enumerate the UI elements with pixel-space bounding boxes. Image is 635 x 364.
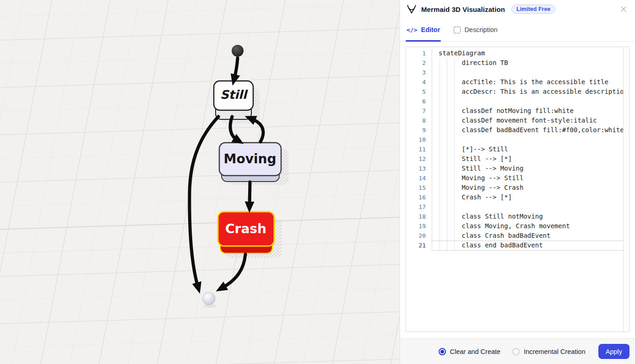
line-text: classDef movement font-style:italic	[432, 116, 597, 125]
code-line[interactable]: 10	[406, 135, 624, 145]
line-number: 12	[406, 154, 432, 164]
line-number: 9	[406, 125, 432, 135]
line-text: class Moving, Crash movement	[432, 221, 570, 231]
line-number: 13	[406, 164, 432, 173]
active-line-border	[432, 250, 624, 251]
tab-editor[interactable]: </> Editor	[407, 18, 440, 41]
code-line[interactable]: 14 Moving --> Still	[406, 173, 624, 183]
app-window: Still Moving Crash	[0, 0, 635, 364]
indent-guide	[447, 58, 447, 252]
limited-free-badge: Limited Free	[511, 5, 555, 14]
tab-description[interactable]: Description	[454, 18, 498, 41]
line-text: class end badBadEvent	[432, 241, 543, 250]
line-text: stateDiagram	[432, 48, 485, 58]
line-text: Moving --> Crash	[432, 183, 523, 193]
line-number: 7	[406, 106, 432, 116]
edge-moving-to-crash	[250, 182, 250, 205]
scrollbar-track[interactable]	[623, 47, 629, 332]
line-text: class Still notMoving	[432, 212, 543, 221]
radio-incremental-creation-label: Incremental Creation	[524, 348, 586, 355]
moving-label: Moving	[224, 151, 277, 166]
code-line[interactable]: 11 [*]--> Still	[406, 145, 624, 154]
side-panel: Mermaid 3D Visualization Limited Free </…	[400, 0, 635, 364]
tab-bar: </> Editor Description	[400, 18, 635, 42]
line-text: direction TB	[432, 58, 508, 68]
close-icon	[620, 6, 627, 12]
line-text	[432, 135, 439, 145]
initial-state-node[interactable]	[232, 45, 244, 57]
indent-guide	[454, 58, 455, 252]
code-line[interactable]: 15 Moving --> Crash	[406, 183, 624, 193]
tab-editor-label: Editor	[421, 26, 440, 33]
state-node-still[interactable]: Still	[214, 81, 253, 119]
line-number: 4	[406, 77, 432, 87]
still-label: Still	[220, 88, 248, 102]
state-node-moving[interactable]: Moving	[219, 143, 281, 182]
dashed-box-icon	[454, 27, 461, 33]
line-text: Moving --> Still	[432, 173, 523, 183]
line-number: 18	[406, 212, 432, 221]
line-number: 2	[406, 58, 432, 68]
line-number: 10	[406, 135, 432, 145]
line-number: 15	[406, 183, 432, 193]
code-line[interactable]: 17	[406, 202, 624, 212]
code-line[interactable]: 13 Still --> Moving	[406, 164, 624, 173]
line-text: class Crash badBadEvent	[432, 231, 550, 241]
code-line[interactable]: 12 Still --> [*]	[406, 154, 624, 164]
panel-title: Mermaid 3D Visualization	[421, 5, 505, 13]
line-number: 11	[406, 145, 432, 154]
line-number: 20	[406, 231, 432, 241]
radio-selected-icon	[439, 348, 446, 355]
code-editor[interactable]: 1stateDiagram2 direction TB34 accTitle: …	[406, 47, 630, 332]
line-number: 6	[406, 96, 432, 106]
line-number: 21	[406, 241, 432, 250]
edge-crash-to-end	[223, 254, 245, 288]
state-node-crash[interactable]: Crash	[218, 212, 274, 253]
code-line[interactable]: 4 accTitle: This is the accessible title	[406, 77, 624, 87]
line-text: Crash --> [*]	[432, 193, 512, 202]
code-line[interactable]: 1stateDiagram	[406, 48, 624, 58]
line-number: 5	[406, 87, 432, 96]
active-line-border	[432, 241, 624, 241]
state-diagram: Still Moving Crash	[0, 0, 400, 364]
code-line[interactable]: 9 classDef badBadEvent fill:#f00,color:w…	[406, 125, 624, 135]
code-line[interactable]: 8 classDef movement font-style:italic	[406, 116, 624, 125]
code-line[interactable]: 5 accDescr: This is an accessible descri…	[406, 87, 624, 96]
line-number: 16	[406, 193, 432, 202]
line-text	[432, 96, 439, 106]
indent-guide	[440, 58, 440, 252]
3d-canvas[interactable]: Still Moving Crash	[0, 0, 400, 364]
line-text	[432, 202, 439, 212]
line-text: accTitle: This is the accessible title	[432, 77, 608, 87]
line-text: Still --> [*]	[432, 154, 512, 164]
code-line[interactable]: 3	[406, 68, 624, 77]
active-tab-underline	[406, 40, 441, 42]
code-line[interactable]: 6	[406, 96, 624, 106]
line-text	[432, 68, 439, 77]
radio-incremental-creation[interactable]: Incremental Creation	[512, 348, 586, 355]
code-line[interactable]: 7 classDef notMoving fill:white	[406, 106, 624, 116]
line-text: classDef notMoving fill:white	[432, 106, 574, 116]
crash-label: Crash	[225, 221, 266, 236]
code-icon: </>	[407, 27, 417, 33]
code-line[interactable]: 16 Crash --> [*]	[406, 193, 624, 202]
line-number: 17	[406, 202, 432, 212]
radio-clear-and-create[interactable]: Clear and Create	[439, 348, 500, 355]
line-number: 1	[406, 48, 432, 58]
code-lines: 1stateDiagram2 direction TB34 accTitle: …	[406, 48, 624, 250]
line-text: Still --> Moving	[432, 164, 523, 173]
line-number: 8	[406, 116, 432, 125]
code-line[interactable]: 2 direction TB	[406, 58, 624, 68]
code-line[interactable]: 19 class Moving, Crash movement	[406, 221, 624, 231]
close-button[interactable]	[619, 4, 629, 14]
line-number: 19	[406, 221, 432, 231]
code-line[interactable]: 20 class Crash badBadEvent	[406, 231, 624, 241]
line-text: accDescr: This is an accessible descript…	[432, 87, 624, 96]
code-line[interactable]: 18 class Still notMoving	[406, 212, 624, 221]
line-text: [*]--> Still	[432, 145, 508, 154]
code-line[interactable]: 21 class end badBadEvent	[406, 241, 624, 250]
final-state-node[interactable]	[202, 292, 215, 305]
apply-button[interactable]: Apply	[598, 344, 630, 359]
line-number: 3	[406, 68, 432, 77]
radio-clear-and-create-label: Clear and Create	[450, 348, 500, 355]
